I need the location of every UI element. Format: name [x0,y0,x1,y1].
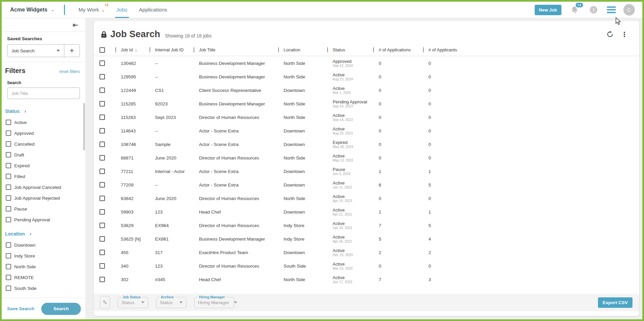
filter-checkbox[interactable] [6,286,11,291]
row-checkbox[interactable] [99,236,105,242]
row-checkbox[interactable] [99,223,105,228]
row-checkbox[interactable] [99,182,105,188]
filter-option[interactable]: Filled [2,171,85,182]
search-button[interactable]: Search [41,303,81,315]
column-header[interactable]: Internal Job ID [150,44,194,55]
filter-option[interactable]: Pending Approval [2,214,85,225]
sidebar-scrollbar[interactable] [83,103,85,150]
refresh-icon[interactable] [606,31,614,38]
kebab-menu-icon[interactable]: ⋮ [621,31,628,38]
user-avatar[interactable]: C [623,4,635,16]
saved-search-select[interactable]: Job Search [7,45,64,57]
row-checkbox[interactable] [99,209,105,215]
collapse-sidebar-icon[interactable]: ⇤ [72,21,79,28]
job-title-search-input[interactable] [7,88,80,99]
table-row[interactable]: 302#345Head ChefNorth SideActiveJan 17, … [94,273,639,286]
table-row[interactable]: 122449CS1Client Success RepresentativeDo… [94,83,639,97]
table-row[interactable]: 114643--Actor - Scene ExtraDowntownActiv… [94,124,639,138]
reset-filters-link[interactable]: reset filters [59,69,80,74]
filter-checkbox[interactable] [6,264,11,269]
table-row[interactable]: 77209--Actor - Scene ExtraDowntownActive… [94,178,639,192]
row-checkbox[interactable] [99,250,105,255]
row-checkbox[interactable] [99,169,105,174]
row-checkbox[interactable] [99,101,105,106]
column-header[interactable]: Status [327,44,373,55]
save-search-link[interactable]: Save Search [7,306,34,311]
filter-option[interactable]: South Side [2,283,85,294]
filter-checkbox[interactable] [6,275,11,280]
filter-option[interactable]: Active [2,117,85,128]
row-checkbox[interactable] [99,263,105,269]
filter-checkbox[interactable] [6,206,11,212]
table-row[interactable]: 63842June 2020Director of Human Resource… [94,192,639,205]
location-section-toggle[interactable]: Location › [2,231,85,237]
table-row[interactable]: 77211Internal - ActorActor - Scene Extra… [94,165,639,178]
filter-checkbox[interactable] [6,217,11,222]
filter-checkbox[interactable] [6,174,11,179]
table-row[interactable]: 340123Director of Human ResourcesSouth S… [94,259,639,273]
archive-select[interactable]: Archive Status [156,297,186,308]
company-selector[interactable]: Acme Widgets ⌄ [10,7,54,13]
filter-checkbox[interactable] [6,152,11,157]
row-checkbox[interactable] [99,60,105,66]
alerts-seal-button[interactable]: ! [588,4,599,16]
column-header[interactable]: # of Applicants [423,44,639,55]
filter-option[interactable]: Downtown [2,240,85,250]
cell-job-title: Business Development Manager [194,74,278,79]
hiring-manager-select[interactable]: Hiring Manager Hiring Manager [194,297,234,308]
filter-option[interactable]: Draft [2,149,85,160]
add-saved-search-button[interactable]: + [64,45,80,57]
menu-hamburger-button[interactable] [607,6,616,13]
filter-option[interactable]: Job Approval Canceled [2,182,85,193]
filter-option[interactable]: North Side [2,261,85,272]
status-section-toggle[interactable]: Status › [2,108,85,114]
row-checkbox[interactable] [99,196,105,201]
job-status-select[interactable]: Job Status Status [118,297,148,308]
filter-option[interactable]: Cancelled [2,139,85,149]
filter-option[interactable]: REMOTE [2,272,85,283]
table-row[interactable]: 11528592023Business Development ManagerN… [94,97,639,110]
filter-option[interactable]: Expired [2,160,85,171]
table-row[interactable]: 53625 [N]EX861Business Development Manag… [94,232,639,246]
column-header[interactable]: Location [278,44,327,55]
table-row[interactable]: 88871June 2020Director of Human Resource… [94,151,639,165]
row-checkbox[interactable] [99,115,105,120]
filter-option[interactable]: Approved [2,128,85,139]
row-checkbox[interactable] [99,128,105,133]
filter-option[interactable]: Pause [2,203,85,214]
tab-jobs[interactable]: Jobs [116,2,128,18]
filter-option[interactable]: Job Approval Rejected [2,193,85,203]
table-row[interactable]: 115283Sept 2023Director of Human Resourc… [94,110,639,124]
column-header[interactable]: Job Title [194,44,278,55]
filter-checkbox[interactable] [6,163,11,168]
select-all-checkbox[interactable] [99,47,105,53]
table-row[interactable]: 106746SampleActor - Scene ExtraDowntownE… [94,138,639,151]
filter-checkbox[interactable] [6,242,11,248]
tab-my-work[interactable]: My Work ⌄ +1 [79,2,105,18]
row-checkbox[interactable] [99,74,105,79]
table-row[interactable]: 53629EX964Director of Human ResourcesInd… [94,219,639,232]
filter-checkbox[interactable] [6,120,11,125]
filter-checkbox[interactable] [6,195,11,201]
filter-checkbox[interactable] [6,141,11,147]
table-row[interactable]: 130482--Business Development ManagerNort… [94,56,639,70]
filter-checkbox[interactable] [6,184,11,190]
filter-checkbox[interactable] [6,253,11,258]
column-header[interactable]: # of Applications [373,44,423,55]
row-checkbox[interactable] [99,277,105,282]
tab-applications[interactable]: Applications [139,2,168,18]
table-row[interactable]: 129595--Business Development ManagerNort… [94,70,639,83]
edit-button[interactable]: ✎ [100,296,110,309]
new-job-button[interactable]: New Job [535,5,561,15]
notifications-bell-button[interactable]: +1 [569,4,580,16]
column-header[interactable]: Job Id↓ [115,44,150,55]
table-row[interactable]: 59903123Head ChefDowntownActiveApr 21, 2… [94,205,639,219]
filter-checkbox[interactable] [6,130,11,136]
export-csv-button[interactable]: Export CSV [598,297,632,308]
filter-option[interactable]: Indy Store [2,250,85,261]
table-row[interactable]: 455317ExactHire Product TeamDowntownActi… [94,246,639,259]
row-checkbox[interactable] [99,88,105,93]
cell-internal-job-id: Sample [150,142,194,147]
row-checkbox[interactable] [99,155,105,160]
row-checkbox[interactable] [99,142,105,147]
